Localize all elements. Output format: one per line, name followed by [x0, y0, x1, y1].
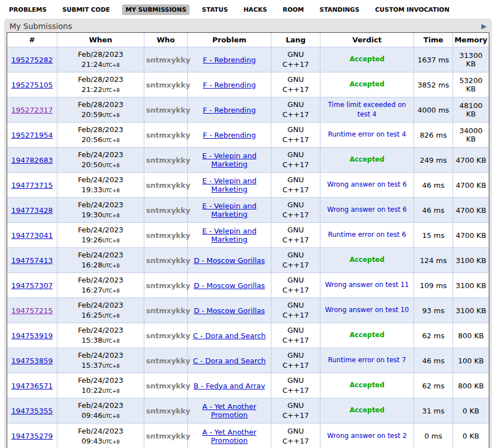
cell-lang: GNU C++17	[271, 72, 320, 98]
memory-label: 4700 KB	[456, 156, 487, 164]
nav-item-standings[interactable]: STANDINGS	[316, 4, 363, 15]
submission-link[interactable]: 194753859	[11, 357, 52, 365]
cell-memory: 3100 KB	[453, 273, 489, 298]
submission-link[interactable]: 194757215	[11, 306, 52, 315]
problem-link[interactable]: F - Rebrending	[203, 81, 256, 89]
user-link[interactable]: sntmxykky	[146, 382, 190, 390]
verdict-label: Runtime error on test 7	[328, 356, 406, 365]
submission-clock: 16:25	[81, 311, 102, 319]
submission-link[interactable]: 195275105	[11, 81, 52, 89]
cell-lang: GNU C++17	[271, 423, 320, 448]
memory-label: 3100 KB	[456, 306, 487, 315]
cell-verdict: Accepted	[320, 47, 414, 72]
submission-link[interactable]: 194782683	[11, 156, 52, 164]
user-link[interactable]: sntmxykky	[146, 256, 190, 265]
nav-item-problems[interactable]: PROBLEMS	[6, 4, 50, 15]
verdict-label: Wrong answer on test 10	[325, 305, 409, 315]
language-label: GNU C++17	[283, 50, 309, 69]
submission-link[interactable]: 194757413	[11, 256, 52, 265]
problem-link[interactable]: C - Dora and Search	[193, 332, 266, 340]
user-link[interactable]: sntmxykky	[146, 181, 190, 189]
nav-item-custom-invocation[interactable]: CUSTOM INVOCATION	[372, 4, 453, 15]
language-label: GNU C++17	[283, 401, 309, 420]
table-row: 195272317 Feb/28/2023 20:59UTC+8 sntmxyk…	[7, 98, 489, 123]
submission-link[interactable]: 194735279	[11, 432, 52, 440]
problem-link[interactable]: E - Velepin and Marketing	[202, 227, 256, 244]
cell-memory: 34000 KB	[453, 123, 489, 148]
user-link[interactable]: sntmxykky	[146, 332, 190, 340]
exec-time: 249 ms	[420, 156, 446, 164]
user-link[interactable]: sntmxykky	[146, 206, 190, 215]
table-row: 194773428 Feb/24/2023 19:30UTC+8 sntmxyk…	[7, 198, 489, 223]
column-header-when: When	[57, 33, 144, 47]
timezone-label: UTC+8	[103, 388, 120, 394]
submission-link[interactable]: 194773041	[11, 231, 52, 240]
nav-item-submit-code[interactable]: SUBMIT CODE	[59, 4, 114, 15]
problem-link[interactable]: F - Rebrending	[203, 131, 256, 139]
submission-link[interactable]: 195271954	[11, 131, 52, 139]
user-link[interactable]: sntmxykky	[146, 56, 190, 64]
cell-when: Feb/24/2023 15:37UTC+8	[57, 348, 144, 373]
timezone-label: UTC+8	[103, 113, 120, 118]
submission-link[interactable]: 194773715	[11, 181, 52, 189]
timezone-label: UTC+8	[103, 413, 120, 419]
submission-link[interactable]: 194736571	[11, 382, 52, 390]
submission-link[interactable]: 194753919	[11, 332, 52, 340]
user-link[interactable]: sntmxykky	[146, 281, 190, 290]
problem-link[interactable]: C - Dora and Search	[193, 357, 266, 365]
problem-link[interactable]: A - Yet Another Promotion	[202, 402, 256, 419]
cell-time: 46 ms	[414, 348, 453, 373]
problem-link[interactable]: F - Rebrending	[203, 106, 256, 114]
submission-link[interactable]: 194773428	[11, 206, 52, 215]
cell-problem: C - Dora and Search	[188, 348, 271, 373]
cell-who: sntmxykky	[144, 223, 188, 248]
cell-problem: A - Yet Another Promotion	[188, 398, 271, 423]
user-link[interactable]: sntmxykky	[146, 231, 190, 240]
cell-id: 194753859	[7, 348, 57, 373]
nav-item-hacks[interactable]: HACKS	[240, 4, 270, 15]
cell-memory: 53200 KB	[453, 72, 489, 98]
user-link[interactable]: sntmxykky	[146, 357, 190, 365]
page: PROBLEMSSUBMIT CODEMY SUBMISSIONSSTATUSH…	[0, 0, 496, 448]
nav-item-status[interactable]: STATUS	[198, 4, 231, 15]
language-label: GNU C++17	[283, 200, 309, 220]
cell-time: 62 ms	[414, 373, 453, 398]
verdict-label: Accepted	[349, 55, 385, 64]
user-link[interactable]: sntmxykky	[146, 106, 190, 114]
user-link[interactable]: sntmxykky	[146, 407, 190, 415]
collapse-arrow-icon[interactable]: ▶	[482, 23, 487, 30]
language-label: GNU C++17	[283, 125, 309, 144]
user-link[interactable]: sntmxykky	[146, 432, 190, 440]
cell-who: sntmxykky	[144, 273, 188, 298]
problem-link[interactable]: E - Velepin and Marketing	[202, 177, 256, 193]
table-row: 194773715 Feb/24/2023 19:33UTC+8 sntmxyk…	[7, 173, 489, 198]
column-header-time: Time	[414, 33, 453, 47]
exec-time: 3852 ms	[417, 81, 449, 89]
user-link[interactable]: sntmxykky	[146, 306, 190, 315]
user-link[interactable]: sntmxykky	[146, 131, 190, 139]
submission-link[interactable]: 195275282	[11, 56, 52, 64]
nav-item-room[interactable]: ROOM	[279, 4, 307, 15]
submission-link[interactable]: 194757307	[11, 281, 52, 290]
problem-link[interactable]: D - Moscow Gorillas	[194, 306, 265, 315]
cell-when: Feb/28/2023 21:24UTC+8	[57, 47, 144, 72]
cell-time: 1637 ms	[414, 47, 453, 72]
cell-lang: GNU C++17	[271, 248, 320, 273]
problem-link[interactable]: E - Velepin and Marketing	[202, 202, 256, 218]
problem-link[interactable]: B - Fedya and Array	[193, 382, 265, 390]
cell-who: sntmxykky	[144, 148, 188, 173]
problem-link[interactable]: E - Velepin and Marketing	[202, 152, 256, 168]
submission-link[interactable]: 194735355	[11, 407, 52, 415]
cell-who: sntmxykky	[144, 373, 188, 398]
problem-link[interactable]: F - Rebrending	[203, 56, 256, 64]
problem-link[interactable]: D - Moscow Gorillas	[194, 281, 265, 290]
problem-link[interactable]: D - Moscow Gorillas	[194, 256, 265, 265]
submission-link[interactable]: 195272317	[11, 106, 52, 114]
cell-when: Feb/28/2023 21:22UTC+8	[57, 72, 144, 98]
cell-problem: E - Velepin and Marketing	[188, 223, 271, 248]
nav-item-my-submissions[interactable]: MY SUBMISSIONS	[122, 4, 189, 15]
memory-label: 3100 KB	[456, 256, 487, 265]
problem-link[interactable]: A - Yet Another Promotion	[202, 428, 256, 445]
user-link[interactable]: sntmxykky	[146, 81, 190, 89]
user-link[interactable]: sntmxykky	[146, 156, 190, 164]
